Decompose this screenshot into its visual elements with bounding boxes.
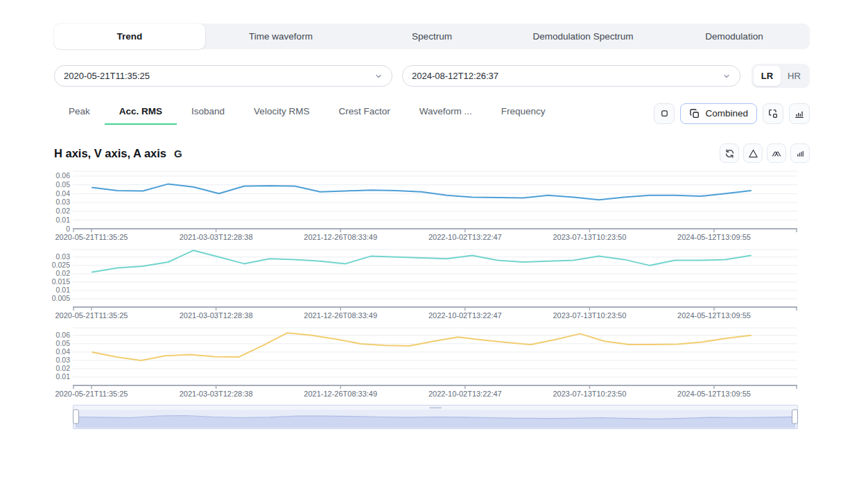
overlay-curves-icon [771, 148, 782, 159]
svg-text:2021-12-26T08:33:49: 2021-12-26T08:33:49 [304, 390, 377, 398]
svg-text:0.01: 0.01 [56, 216, 71, 224]
svg-text:2021-12-26T08:33:49: 2021-12-26T08:33:49 [304, 311, 377, 320]
svg-text:2022-10-02T13:22:47: 2022-10-02T13:22:47 [428, 233, 502, 241]
view-toolbar: Combined [654, 103, 810, 124]
layers-copy-icon [689, 108, 700, 119]
metric-tabs: Peak Acc. RMS Isoband Velocity RMS Crest… [54, 102, 559, 125]
refresh-button[interactable] [720, 143, 739, 163]
tab-crest-factor[interactable]: Crest Factor [324, 102, 404, 125]
alert-threshold-button[interactable] [743, 143, 763, 163]
chart-header: H axis, V axis, A axis G [54, 143, 810, 163]
trend-page: Trend Time waveform Spectrum Demodulatio… [54, 24, 810, 430]
view-tabs: Trend Time waveform Spectrum Demodulatio… [54, 24, 810, 49]
resolution-hr-option[interactable]: HR [781, 66, 808, 86]
start-datetime-value: 2020-05-21T11:35:25 [64, 71, 150, 81]
svg-text:0.04: 0.04 [56, 347, 71, 356]
tab-velocity-rms[interactable]: Velocity RMS [239, 102, 324, 125]
chevron-down-icon [722, 72, 731, 80]
chart-header-actions [720, 143, 810, 163]
svg-text:0.005: 0.005 [52, 294, 70, 302]
split-view-button[interactable] [763, 103, 783, 124]
histogram-view-button[interactable] [789, 103, 810, 124]
chart-title: H axis, V axis, A axis [54, 147, 166, 160]
svg-text:0.02: 0.02 [56, 364, 71, 372]
tab-waveform[interactable]: Waveform ... [405, 102, 487, 125]
start-datetime-select[interactable]: 2020-05-21T11:35:25 [54, 65, 392, 87]
svg-text:2021-12-26T08:33:49: 2021-12-26T08:33:49 [304, 233, 377, 241]
brush-handle-left[interactable] [73, 410, 79, 424]
svg-text:2023-07-13T10:23:50: 2023-07-13T10:23:50 [553, 390, 626, 398]
tab-peak[interactable]: Peak [54, 102, 105, 125]
chevron-down-icon [374, 72, 383, 80]
svg-text:2023-07-13T10:23:50: 2023-07-13T10:23:50 [553, 311, 626, 320]
svg-text:0.06: 0.06 [56, 331, 71, 339]
svg-text:2023-07-13T10:23:50: 2023-07-13T10:23:50 [553, 233, 626, 241]
svg-text:0: 0 [66, 225, 70, 233]
svg-text:2020-05-21T11:35:25: 2020-05-21T11:35:25 [55, 311, 128, 320]
a-axis-trend-chart: 0.010.020.030.040.050.062020-05-21T11:35… [54, 326, 810, 399]
end-datetime-select[interactable]: 2024-08-12T12:26:37 [402, 65, 740, 87]
svg-text:0.03: 0.03 [56, 198, 71, 206]
svg-text:0.02: 0.02 [56, 269, 71, 277]
brush-handle-right[interactable] [792, 410, 798, 424]
svg-text:2020-05-21T11:35:25: 2020-05-21T11:35:25 [55, 390, 128, 398]
refresh-icon [724, 148, 735, 159]
svg-text:2022-10-02T13:22:47: 2022-10-02T13:22:47 [428, 311, 502, 320]
tab-demodulation-spectrum[interactable]: Demodulation Spectrum [507, 24, 659, 49]
tab-time-waveform[interactable]: Time waveform [205, 24, 356, 49]
svg-text:2024-05-12T13:09:55: 2024-05-12T13:09:55 [677, 233, 751, 241]
svg-text:0.02: 0.02 [56, 207, 71, 215]
svg-text:2024-05-12T13:09:55: 2024-05-12T13:09:55 [677, 311, 751, 320]
svg-text:2021-03-03T12:28:38: 2021-03-03T12:28:38 [180, 233, 253, 241]
svg-text:2020-05-21T11:35:25: 2020-05-21T11:35:25 [55, 233, 128, 241]
combined-view-button[interactable]: Combined [680, 103, 757, 124]
svg-text:0.05: 0.05 [56, 180, 71, 189]
svg-text:0.01: 0.01 [56, 286, 71, 294]
tab-spectrum[interactable]: Spectrum [356, 24, 507, 49]
square-icon [659, 108, 670, 119]
tab-acc-rms[interactable]: Acc. RMS [105, 102, 177, 125]
tab-frequency[interactable]: Frequency [487, 102, 560, 125]
metric-row: Peak Acc. RMS Isoband Velocity RMS Crest… [54, 102, 810, 125]
bar-chart-button[interactable] [790, 143, 810, 163]
resolution-lr-option[interactable]: LR [754, 66, 781, 86]
overlay-curves-button[interactable] [767, 143, 786, 163]
svg-text:2024-05-12T13:09:55: 2024-05-12T13:09:55 [677, 390, 751, 398]
svg-text:0.04: 0.04 [56, 189, 71, 198]
split-view-icon [767, 108, 779, 119]
bar-chart-icon [795, 148, 806, 159]
svg-text:0.03: 0.03 [56, 356, 71, 364]
controls-row: 2020-05-21T11:35:25 2024-08-12T12:26:37 … [54, 64, 810, 88]
tab-trend[interactable]: Trend [54, 24, 205, 49]
h-axis-trend-chart: 00.010.020.030.040.050.062020-05-21T11:3… [54, 169, 810, 243]
trend-charts: 00.010.020.030.040.050.062020-05-21T11:3… [54, 169, 810, 430]
svg-text:2021-03-03T12:28:38: 2021-03-03T12:28:38 [180, 390, 253, 398]
tab-isoband[interactable]: Isoband [177, 102, 239, 125]
triangle-alert-icon [748, 148, 758, 159]
svg-text:0.015: 0.015 [52, 277, 70, 286]
single-view-button[interactable] [654, 103, 675, 124]
svg-text:0.01: 0.01 [56, 372, 71, 381]
v-axis-trend-chart: 0.0050.010.0150.020.0250.032020-05-21T11… [54, 247, 810, 321]
timeline-brush[interactable] [73, 404, 810, 430]
end-datetime-value: 2024-08-12T12:26:37 [412, 71, 498, 81]
svg-text:0.05: 0.05 [56, 339, 71, 347]
combined-label: Combined [705, 108, 748, 119]
svg-text:0.025: 0.025 [52, 261, 70, 269]
svg-text:0.06: 0.06 [56, 171, 71, 180]
histogram-icon [794, 108, 805, 119]
svg-text:0.03: 0.03 [56, 252, 71, 261]
resolution-toggle: LR HR [752, 64, 810, 88]
svg-text:2022-10-02T13:22:47: 2022-10-02T13:22:47 [428, 390, 502, 398]
svg-text:2021-03-03T12:28:38: 2021-03-03T12:28:38 [180, 311, 253, 320]
tab-demodulation[interactable]: Demodulation [659, 24, 810, 49]
chart-unit-label: G [174, 148, 182, 159]
